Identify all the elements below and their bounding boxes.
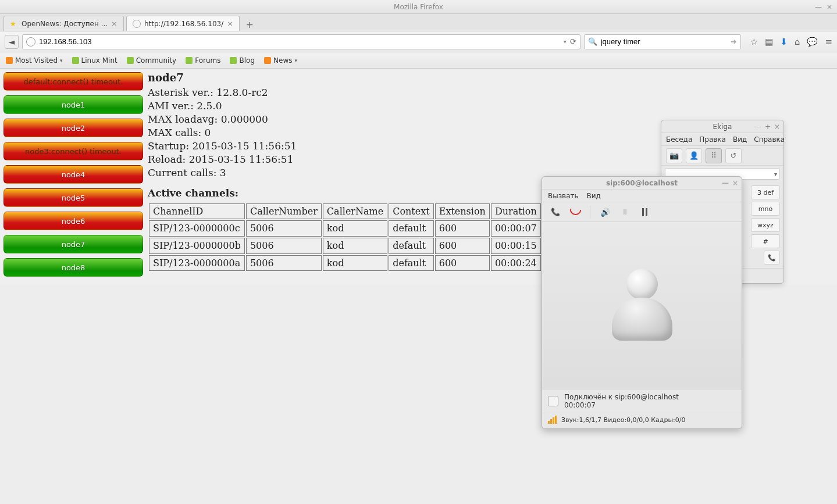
call-title: sip:600@localhost [606, 179, 678, 187]
node-info: node7 Asterisk ver.: 12.8.0-rc2 AMI ver.… [144, 71, 580, 283]
download-icon[interactable]: ⬇ [780, 37, 788, 47]
globe-icon [133, 20, 141, 28]
menu-view[interactable]: Вид [733, 135, 747, 144]
node-button[interactable]: node3:connect() timeout. [3, 142, 143, 160]
key-hash[interactable]: # [751, 234, 780, 248]
reload-icon[interactable]: ⟳ [570, 37, 576, 46]
bookmarks-bar: Most Visited ▾ Linux Mint Community Foru… [0, 52, 837, 69]
search-go-icon[interactable]: ➜ [731, 37, 737, 46]
table-cell: kod [323, 255, 387, 271]
table-header: ChannelID [149, 203, 245, 220]
info-current: Current calls: 3 [148, 166, 576, 180]
window-minimize-icon[interactable]: — [754, 123, 761, 131]
bookmark-star-icon[interactable]: ☆ [750, 37, 758, 47]
table-cell: 600 [435, 220, 490, 237]
bookmark-linux-mint[interactable]: Linux Mint [72, 56, 117, 65]
window-minimize-icon[interactable]: — [815, 3, 822, 11]
window-close-icon[interactable]: × [774, 123, 780, 131]
search-input[interactable] [601, 37, 727, 46]
pause-icon[interactable] [637, 205, 652, 219]
table-row: SIP/123-0000000a5006koddefault60000:00:2… [149, 255, 575, 271]
ekiga-title: Ekiga [713, 123, 732, 131]
node-button[interactable]: node6 [3, 212, 143, 230]
bookmark-forums[interactable]: Forums [186, 56, 220, 65]
menu-chat[interactable]: Беседа [666, 135, 692, 144]
url-input[interactable] [39, 37, 560, 46]
tab-active[interactable]: http://192.168.56.103/ × [126, 16, 240, 31]
dialpad-icon[interactable]: ⠿ [706, 148, 722, 163]
info-asterisk: Asterisk ver.: 12.8.0-rc2 [148, 86, 576, 99]
table-header: Duration [491, 203, 541, 220]
table-cell: 600 [435, 238, 490, 254]
window-minimize-icon[interactable]: — [722, 179, 729, 187]
chevron-down-icon[interactable]: ▾ [774, 171, 777, 177]
person-icon[interactable]: 👤 [686, 148, 702, 163]
webcam-icon [548, 396, 558, 406]
camera-icon[interactable]: 📷 [666, 148, 682, 163]
table-cell: kod [323, 238, 387, 254]
tab-opennews[interactable]: ★ OpenNews: Доступен ... × [3, 16, 124, 31]
node-column: default:connect() timeout.node1node2node… [2, 71, 144, 283]
bookmark-news[interactable]: News ▾ [264, 56, 297, 65]
home-icon[interactable]: ⌂ [795, 37, 800, 47]
node-button[interactable]: default:connect() timeout. [3, 72, 143, 91]
active-channels-header: Active channels: [148, 187, 576, 200]
mint-icon [230, 57, 237, 64]
node-button[interactable]: node2 [3, 119, 143, 137]
hold-icon[interactable]: ⏸ [617, 205, 632, 219]
info-startup: Startup: 2015-03-15 11:56:51 [148, 140, 576, 153]
info-reload: Reload: 2015-03-15 11:56:51 [148, 153, 576, 166]
new-tab-button[interactable]: + [242, 18, 257, 31]
bookmark-most-visited[interactable]: Most Visited ▾ [6, 56, 63, 65]
chevron-down-icon[interactable]: ▾ [564, 38, 567, 45]
bookmark-community[interactable]: Community [127, 56, 176, 65]
window-maximize-icon[interactable]: + [765, 123, 771, 131]
chat-icon[interactable]: 💬 [807, 37, 818, 47]
menu-edit[interactable]: Правка [699, 135, 726, 144]
url-bar[interactable]: ▾ ⟳ [22, 34, 580, 49]
call-icon[interactable]: 📞 [764, 251, 780, 264]
search-bar[interactable]: 🔍 ➜ [584, 34, 741, 49]
chevron-down-icon: ▾ [294, 58, 297, 63]
ekiga-menubar: Беседа Правка Вид Справка [661, 133, 783, 146]
chevron-down-icon: ▾ [60, 58, 63, 63]
bookmark-blog[interactable]: Blog [230, 56, 255, 65]
close-icon[interactable]: × [227, 19, 233, 28]
history-icon[interactable]: ↺ [725, 148, 742, 163]
window-close-icon[interactable]: × [827, 3, 832, 11]
menu-call[interactable]: Вызвать [548, 192, 579, 200]
key-6[interactable]: mno [751, 202, 780, 216]
key-3[interactable]: 3 def [751, 185, 780, 199]
channels-table: ChannelIDCallerNumberCallerNameContextEx… [148, 202, 576, 272]
rss-icon [264, 57, 271, 64]
call-titlebar[interactable]: sip:600@localhost — × [542, 177, 742, 190]
mint-icon [72, 57, 79, 64]
close-icon[interactable]: × [111, 19, 117, 28]
node-button[interactable]: node8 [3, 258, 143, 277]
ekiga-titlebar[interactable]: Ekiga — + × [661, 120, 783, 133]
answer-icon[interactable]: 📞 [548, 205, 563, 219]
menu-icon[interactable]: ≡ [825, 37, 832, 47]
mint-icon [127, 57, 134, 64]
node-button[interactable]: node1 [3, 95, 143, 114]
node-button[interactable]: node5 [3, 188, 143, 207]
star-icon: ★ [10, 20, 18, 28]
table-header: CallerName [323, 203, 387, 220]
speaker-icon[interactable] [597, 205, 612, 219]
back-button[interactable]: ◄ [5, 35, 19, 49]
call-status-bar: Подключён к sip:600@localhost 00:00:07 [542, 389, 742, 413]
library-icon[interactable]: ▤ [765, 37, 773, 47]
node-button[interactable]: node4 [3, 165, 143, 184]
node-title: node7 [148, 71, 576, 85]
menu-view[interactable]: Вид [587, 192, 601, 200]
key-9[interactable]: wxyz [751, 218, 780, 232]
table-cell: kod [323, 220, 387, 237]
window-close-icon[interactable]: × [732, 179, 738, 187]
node-button[interactable]: node7 [3, 235, 143, 253]
menu-help[interactable]: Справка [754, 135, 785, 144]
mint-icon [186, 57, 193, 64]
call-stats: Звук:1,6/1,7 Видео:0,0/0,0 Кадры:0/0 [561, 416, 686, 424]
call-duration: 00:00:07 [564, 401, 679, 409]
table-cell: 5006 [246, 255, 322, 271]
hangup-icon[interactable] [568, 205, 583, 219]
